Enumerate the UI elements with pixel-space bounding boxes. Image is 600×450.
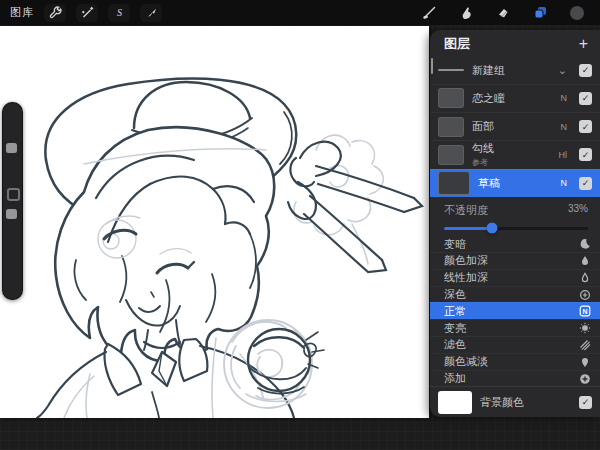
modify-button[interactable] <box>7 188 20 201</box>
blend-mode-item[interactable]: 滤色 <box>430 336 600 353</box>
blend-mode-item[interactable]: 变暗 <box>430 236 600 252</box>
opacity-value: 33% <box>568 203 588 218</box>
blend-mode-item-selected[interactable]: 正常 N <box>430 302 600 319</box>
background-color-row[interactable]: 背景颜色 <box>430 386 600 417</box>
opacity-slider[interactable] <box>444 227 588 230</box>
layers-panel-header: 图层 + <box>430 30 600 57</box>
visibility-checkbox[interactable] <box>579 148 592 161</box>
blend-mode-item[interactable]: 线性加深 <box>430 269 600 286</box>
layer-row[interactable]: 恋之瞳 N <box>430 84 600 112</box>
layers-panel: 图层 + 新建组 恋之瞳 N 面部 N <box>430 30 600 417</box>
visibility-checkbox[interactable] <box>579 64 592 77</box>
eraser-tool-button[interactable] <box>492 4 514 22</box>
color-burn-icon <box>579 255 591 267</box>
brush-opacity-slider[interactable] <box>6 209 17 219</box>
group-stack-icon <box>438 69 464 71</box>
opacity-slider-fill <box>444 227 492 230</box>
selection-button[interactable]: S <box>108 4 130 22</box>
visibility-checkbox[interactable] <box>579 92 592 105</box>
layer-row[interactable]: 勾线参考 Hl <box>430 140 600 168</box>
blend-mode-list: 变暗 颜色加深 线性加深 深色 正常 N 变亮 <box>430 236 600 386</box>
blend-mode-item[interactable]: 颜色减淡 <box>430 353 600 370</box>
selection-s-icon: S <box>113 6 126 19</box>
add-plus-icon <box>579 373 591 385</box>
svg-text:S: S <box>116 7 121 18</box>
visibility-checkbox[interactable] <box>579 177 592 190</box>
lighten-sun-icon <box>579 322 591 334</box>
eraser-icon <box>496 6 510 20</box>
svg-text:N: N <box>582 308 587 315</box>
brush-sidebar <box>2 102 23 300</box>
smudge-icon <box>459 6 473 20</box>
blend-mode-letter[interactable]: N <box>561 93 568 103</box>
layer-thumbnail <box>438 88 464 108</box>
adjustments-wand-icon <box>81 6 94 19</box>
color-dodge-icon <box>579 356 591 368</box>
gallery-button[interactable]: 图库 <box>10 5 34 20</box>
panel-title: 图层 <box>444 35 470 53</box>
blend-mode-item[interactable]: 变亮 <box>430 319 600 336</box>
blend-mode-letter[interactable]: N <box>561 178 568 188</box>
linear-burn-icon <box>579 272 591 284</box>
layer-row-group[interactable]: 新建组 <box>430 57 600 84</box>
background-color-swatch[interactable] <box>438 391 472 414</box>
transform-button[interactable] <box>140 4 162 22</box>
drawing-canvas[interactable] <box>0 26 429 418</box>
smudge-tool-button[interactable] <box>455 4 477 22</box>
opacity-label: 不透明度 <box>444 203 488 218</box>
layers-icon <box>533 5 548 20</box>
visibility-checkbox[interactable] <box>579 120 592 133</box>
chevron-down-icon[interactable] <box>558 66 567 74</box>
artwork-sketch <box>0 26 429 418</box>
transform-arrow-icon <box>145 6 158 19</box>
screen-hatch-icon <box>579 339 591 351</box>
color-picker-button[interactable] <box>566 4 588 22</box>
layer-list: 新建组 恋之瞳 N 面部 N 勾线参考 Hl <box>430 57 600 197</box>
layer-thumbnail <box>438 117 464 137</box>
blend-mode-item[interactable]: 颜色加深 <box>430 252 600 269</box>
layer-row-selected[interactable]: 草稿 N <box>430 169 600 197</box>
blend-mode-item[interactable]: 添加 <box>430 370 600 387</box>
visibility-checkbox[interactable] <box>579 396 592 409</box>
blend-mode-letter[interactable]: Hl <box>559 150 568 160</box>
wrench-icon <box>49 6 62 19</box>
add-layer-button[interactable]: + <box>579 37 588 51</box>
brush-icon <box>422 5 437 20</box>
darker-color-icon <box>579 289 591 301</box>
brush-tool-button[interactable] <box>418 4 440 22</box>
layer-row[interactable]: 面部 N <box>430 112 600 140</box>
blend-mode-letter[interactable]: N <box>561 122 568 132</box>
layers-panel-button[interactable] <box>529 4 551 22</box>
blend-mode-item[interactable]: 深色 <box>430 286 600 303</box>
reference-badge: 参考 <box>472 157 551 168</box>
adjustments-button[interactable] <box>76 4 98 22</box>
top-toolbar: 图库 S <box>0 0 600 25</box>
brush-size-slider[interactable] <box>6 143 17 153</box>
color-swatch-icon <box>569 5 585 21</box>
layer-thumbnail <box>438 171 470 195</box>
opacity-slider-thumb[interactable] <box>486 223 497 234</box>
actions-wrench-button[interactable] <box>44 4 66 22</box>
normal-n-icon: N <box>579 305 591 317</box>
moon-icon <box>579 238 591 250</box>
opacity-section: 不透明度 33% <box>430 197 600 237</box>
layer-thumbnail <box>438 145 464 165</box>
procreate-app: 图库 S <box>0 0 600 450</box>
